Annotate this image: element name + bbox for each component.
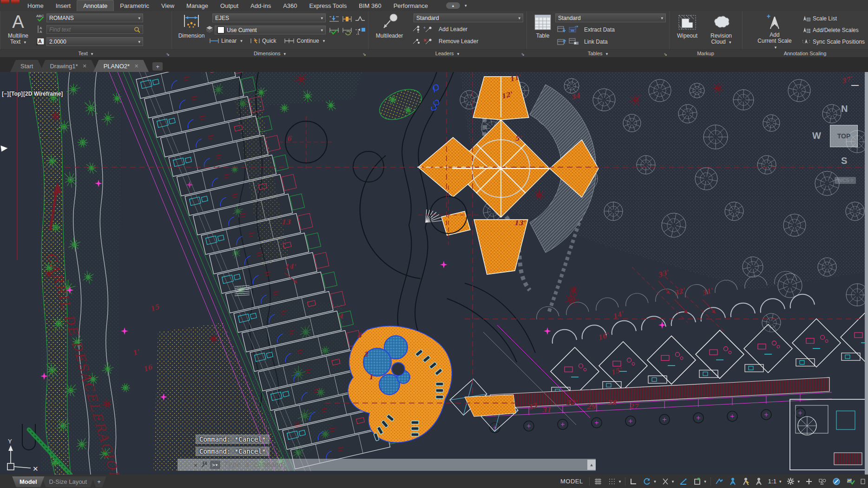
add-delete-scales-button[interactable]: Add/Delete Scales [813,27,859,33]
sync-scale-positions-icon[interactable] [802,38,811,46]
linear-dim-icon[interactable] [209,38,219,44]
menu-item-express-tools[interactable]: Express Tools [303,0,353,11]
osnap-tracking-icon[interactable] [677,475,690,488]
continue-button[interactable]: Continue [297,38,319,44]
wipeout-button[interactable]: Wipeout [673,13,702,39]
ribbon-minimize-icon[interactable]: ▲ [446,2,460,9]
dim-jog-icon[interactable] [355,15,366,23]
viewcube-south[interactable]: S [841,156,847,166]
text-style-select[interactable]: ROMANS▾ [46,13,143,22]
dim-baseline-icon[interactable] [329,15,340,23]
quick-dim-icon[interactable] [250,38,260,44]
viewcube[interactable]: — N W S TOP WCS ▿ [806,86,861,188]
scale-list-button[interactable]: Scale List [813,15,837,22]
mleader-style-select[interactable]: Standard▾ [414,13,523,22]
annotation-scale-icon[interactable] [752,475,765,488]
quick-properties-icon[interactable] [815,475,829,488]
customize-wrench-icon[interactable] [200,462,207,468]
menu-item-home[interactable]: Home [21,0,50,11]
sync-scale-positions-button[interactable]: Sync Scale Positions [813,39,865,45]
multiline-text-button[interactable]: A MultilineText ▾ [4,13,33,46]
canvas-right-scrollbar[interactable] [865,72,868,475]
isodraft-icon[interactable]: ▾ [659,475,677,488]
linear-button[interactable]: Linear [221,38,237,44]
polar-tracking-icon[interactable]: ▾ [640,475,659,488]
ortho-mode-icon[interactable] [627,475,640,488]
menu-item-manage[interactable]: Manage [180,0,214,11]
table-style-select[interactable]: Standard▾ [555,13,666,22]
drawing-canvas[interactable]: 61314'161'155'11'12'3437'13'33'32'31'14'… [0,72,868,475]
new-drawing-tab-button[interactable]: + [152,62,163,71]
annotation-scale-value[interactable]: 1:1▾ [765,475,784,488]
file-tab-start[interactable]: Start [10,60,43,72]
graphics-performance-icon[interactable] [843,475,858,488]
dim-layer-select[interactable]: Use Current▾ [215,26,326,34]
dim-update-icon[interactable] [342,27,353,35]
tab-close-icon[interactable]: ✕ [134,63,138,69]
menu-item-output[interactable]: Output [214,0,244,11]
command-input[interactable] [223,460,364,469]
viewport-visual-style-control[interactable]: [2D Wireframe] [23,91,63,97]
model-space-indicator[interactable]: MODEL [556,478,588,485]
object-snap-icon[interactable]: ▾ [690,475,709,488]
upload-data-icon[interactable] [556,38,566,46]
panel-label-markup[interactable]: Markup [669,49,742,57]
add-delete-scales-icon[interactable] [802,26,811,34]
panel-label-annotation-scaling[interactable]: Annotation Scaling [742,49,868,57]
file-tab-drawing1[interactable]: Drawing1*✕ [39,60,97,72]
command-bar[interactable]: ⋮⋮ ✕ >▾ ▲ [178,459,596,471]
leader-add-icon[interactable]: + [423,26,433,33]
command-prompt-icon[interactable]: >▾ [210,461,220,469]
table-button[interactable]: Table [531,13,555,39]
app-logo[interactable] [0,0,21,11]
add-current-scale-button[interactable]: + AddCurrent Scale ▾ [755,13,794,51]
panel-label-tables[interactable]: Tables ▾⇘ [526,49,669,57]
menu-item-parametric[interactable]: Parametric [114,0,155,11]
menu-item-bim-360[interactable]: BIM 360 [353,0,387,11]
grid-display-icon[interactable] [591,475,605,488]
extract-data-button[interactable]: Extract Data [584,26,615,33]
annotation-visibility-icon[interactable] [726,475,739,488]
command-scroll-up-icon[interactable]: ▲ [587,460,596,470]
viewcube-north[interactable]: N [841,104,848,114]
menu-item-a360[interactable]: A360 [277,0,303,11]
chevron-down-icon[interactable]: ▾ [465,3,467,8]
dim-reassociate-icon[interactable] [355,27,366,35]
continue-dim-icon[interactable] [284,38,295,44]
revision-cloud-button[interactable]: RevisionCloud ▾ [704,13,738,46]
viewport-minimize-control[interactable]: [−] [2,91,9,97]
text-height-select[interactable]: 2.0000▾ [46,37,143,46]
dim-inspect-icon[interactable] [329,27,340,35]
dim-edit-icon[interactable] [342,15,353,23]
viewport-view-control[interactable]: [Top] [9,91,23,97]
menu-item-view[interactable]: View [155,0,180,11]
multileader-button[interactable]: Multileader [372,13,407,39]
panel-label-leaders[interactable]: Leaders ▾⇘ [368,49,526,57]
add-leader-button[interactable]: Add Leader [439,26,467,33]
find-text-input[interactable] [46,25,143,34]
panel-label-dimensions[interactable]: Dimensions ▾⇘ [171,49,368,57]
scale-list-icon[interactable] [802,15,811,22]
clean-screen-icon[interactable] [858,475,868,488]
command-bar-grip[interactable]: ⋮⋮ [179,462,189,468]
leader-align-icon[interactable] [411,26,421,33]
dimension-button[interactable]: Dimension [176,13,207,39]
layout-tab-model[interactable]: Model [12,476,45,488]
link-data-button[interactable]: Link Data [584,39,608,45]
dynamic-input-icon[interactable] [712,475,726,488]
menu-item-insert[interactable]: Insert [50,0,77,11]
menu-item-performance[interactable]: Performance [388,0,434,11]
isolate-objects-icon[interactable] [829,475,843,488]
remove-leader-button[interactable]: Remove Leader [439,38,478,45]
quick-button[interactable]: Quick [262,38,276,44]
tab-close-icon[interactable]: ✕ [82,63,86,69]
ribbon-minimize-control[interactable]: ▲ ▾ [446,0,467,11]
leader-collect-icon[interactable] [411,38,421,45]
viewcube-wcs-menu[interactable]: WCS ▿ [835,177,856,184]
new-layout-button[interactable]: + [92,476,106,488]
panel-label-text[interactable]: Text ▾⇘ [0,49,171,57]
spell-check-icon[interactable]: ABC [36,13,46,22]
viewport-controls[interactable]: [−][Top][2D Wireframe] [2,91,63,97]
annotation-monitor-icon[interactable] [802,475,815,488]
layout-tab-d-size-layout[interactable]: D-Size Layout [42,476,95,488]
